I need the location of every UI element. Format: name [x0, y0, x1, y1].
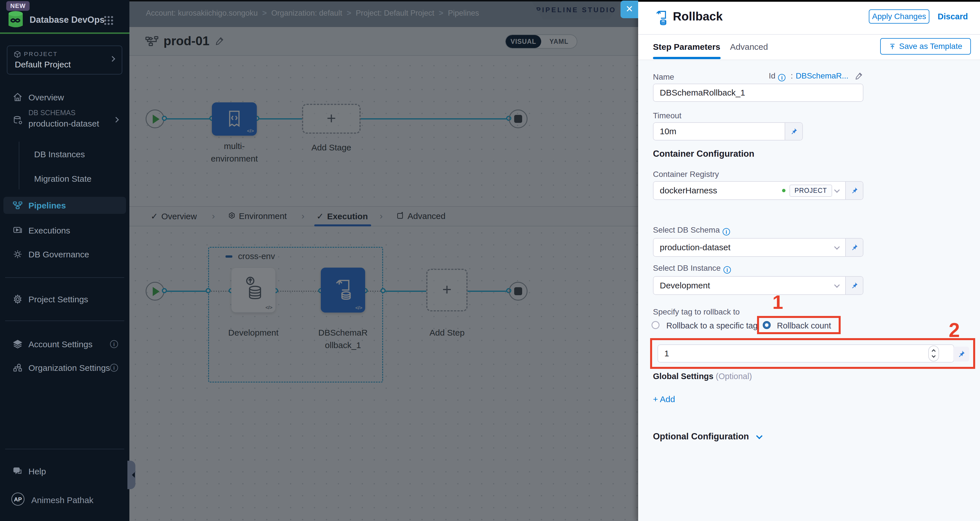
- gear-icon: [13, 294, 23, 304]
- active-tab-underline: [653, 57, 721, 59]
- chevron-right-icon: [113, 117, 119, 123]
- stepper-up-icon[interactable]: [932, 349, 935, 353]
- home-icon: [13, 92, 23, 102]
- svg-text:?: ?: [16, 468, 18, 472]
- container-registry-input[interactable]: [654, 182, 782, 199]
- rollback-icon: [654, 9, 669, 26]
- info-icon[interactable]: i: [724, 266, 731, 274]
- project-name: Default Project: [15, 60, 71, 69]
- annotation-number-2: 2: [949, 319, 960, 341]
- pin-button[interactable]: [845, 277, 863, 294]
- sidebar-item-project-settings[interactable]: Project Settings: [0, 291, 129, 308]
- db-schema-input[interactable]: [654, 239, 832, 256]
- db-schema-select: [653, 238, 864, 257]
- sidebar-item-executions[interactable]: Executions: [0, 222, 129, 239]
- rollback-count-field: [657, 344, 954, 363]
- container-registry-label: Container Registry: [653, 170, 719, 179]
- org-gear-icon: [13, 363, 23, 373]
- db-instance-input[interactable]: [654, 277, 832, 294]
- pin-button[interactable]: [845, 182, 863, 199]
- app-root: NEW Database DevOps PROJECT Default Proj…: [0, 0, 980, 521]
- id-row: Idi :DBSchemaR...: [769, 72, 863, 81]
- sidebar-item-account-settings[interactable]: Account Settings i: [0, 336, 129, 353]
- add-global-setting-link[interactable]: + Add: [653, 394, 675, 404]
- sidebar-collapse-button[interactable]: [127, 461, 135, 489]
- pin-button[interactable]: [953, 347, 969, 362]
- annotation-number-1: 1: [772, 291, 783, 313]
- tab-advanced-panel[interactable]: Advanced: [730, 42, 768, 52]
- radio-specific-tag-label[interactable]: Rollback to a specific tag: [666, 321, 757, 330]
- name-field: [653, 84, 864, 102]
- rollback-count-input[interactable]: [658, 345, 953, 362]
- avatar: AP: [11, 492, 24, 506]
- governance-gear-icon: [13, 249, 23, 260]
- top-strip: [638, 0, 980, 2]
- sidebar-item-db-instances[interactable]: DB Instances: [0, 146, 129, 163]
- step-parameters-form: Name Idi :DBSchemaR... Timeout Container…: [638, 60, 980, 521]
- cube-icon: [14, 51, 21, 58]
- divider: [638, 34, 980, 35]
- sidebar-item-overview[interactable]: Overview: [0, 89, 129, 106]
- global-settings-label: Global Settings (Optional): [653, 372, 752, 381]
- chevron-down-icon[interactable]: [834, 187, 840, 193]
- name-label: Name: [653, 73, 674, 81]
- user-menu[interactable]: AP Animesh Pathak: [0, 495, 129, 514]
- layers-gear-icon: [13, 339, 23, 349]
- help-chat-icon: ?: [13, 466, 23, 476]
- module-accent-line: [0, 32, 129, 34]
- chevron-right-icon: [110, 56, 115, 62]
- id-value: DBSchemaR...: [796, 72, 848, 80]
- radio-specific-tag[interactable]: [652, 321, 660, 329]
- timeout-label: Timeout: [653, 111, 681, 120]
- pin-button[interactable]: [784, 123, 802, 140]
- optional-configuration-toggle[interactable]: Optional Configuration: [653, 432, 762, 442]
- upload-icon: [889, 43, 896, 50]
- divider: [5, 320, 124, 321]
- stepper-down-icon[interactable]: [932, 354, 935, 358]
- rollback-step-panel: Rollback Apply Changes Discard Step Para…: [638, 0, 980, 521]
- timeout-input[interactable]: [654, 123, 784, 140]
- save-as-template-button[interactable]: Save as Template: [880, 38, 971, 54]
- module-grid-icon[interactable]: [103, 15, 115, 26]
- sidebar-item-db-schemas[interactable]: DB SCHEMAS production-dataset: [0, 108, 129, 135]
- new-badge: NEW: [6, 1, 30, 11]
- chevron-down-icon[interactable]: [834, 244, 840, 250]
- sidebar-item-organization-settings[interactable]: Organization Settings i: [0, 359, 129, 376]
- connector-status-dot: [782, 189, 786, 192]
- divider: [5, 449, 124, 449]
- info-icon[interactable]: i: [778, 74, 786, 81]
- project-selector[interactable]: PROJECT Default Project: [7, 46, 122, 75]
- discard-button[interactable]: Discard: [938, 12, 968, 21]
- chevron-down-icon: [756, 433, 763, 440]
- drawer-overlay[interactable]: [129, 0, 638, 521]
- sidebar-item-pipelines[interactable]: Pipelines: [3, 197, 126, 214]
- edit-pencil-icon[interactable]: [854, 72, 863, 80]
- pin-button[interactable]: [845, 239, 863, 256]
- annotation-box-1: [757, 316, 841, 334]
- specify-tag-label: Specify tag to rollback to: [653, 308, 740, 317]
- info-icon[interactable]: i: [722, 228, 730, 236]
- name-input[interactable]: [654, 84, 863, 101]
- pipelines-icon: [13, 200, 23, 210]
- db-instance-select: [653, 276, 864, 295]
- sidebar-item-help[interactable]: ? Help: [0, 463, 129, 480]
- container-configuration-heading: Container Configuration: [653, 149, 754, 159]
- db-schema-icon: [13, 115, 23, 126]
- number-stepper[interactable]: [928, 346, 939, 362]
- select-db-schema-label: Select DB Schemai: [653, 226, 730, 236]
- info-icon[interactable]: i: [110, 340, 118, 348]
- apply-changes-button[interactable]: Apply Changes: [869, 10, 929, 24]
- panel-title: Rollback: [673, 10, 722, 23]
- module-title: Database DevOps: [30, 15, 105, 25]
- info-icon[interactable]: i: [110, 364, 118, 372]
- close-drawer-button[interactable]: ×: [620, 0, 638, 18]
- sidebar: NEW Database DevOps PROJECT Default Proj…: [0, 0, 129, 521]
- scope-badge: PROJECT: [789, 185, 832, 197]
- database-devops-logo-icon: [6, 10, 25, 30]
- sidebar-item-migration-state[interactable]: Migration State: [0, 170, 129, 187]
- chevron-down-icon[interactable]: [834, 282, 840, 288]
- tab-step-parameters[interactable]: Step Parameters: [653, 42, 721, 52]
- executions-icon: [13, 225, 23, 236]
- select-db-instance-label: Select DB Instancei: [653, 264, 731, 274]
- sidebar-item-db-governance[interactable]: DB Governance: [0, 246, 129, 263]
